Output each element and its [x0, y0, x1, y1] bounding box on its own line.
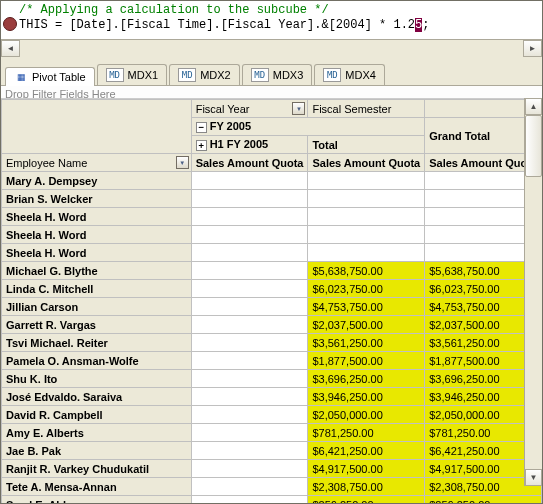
data-cell[interactable]: [308, 190, 425, 208]
row-header[interactable]: Sheela H. Word: [2, 226, 192, 244]
data-cell[interactable]: [191, 406, 308, 424]
data-cell[interactable]: [191, 226, 308, 244]
data-cell[interactable]: [308, 208, 425, 226]
data-cell[interactable]: $3,561,250.00: [308, 334, 425, 352]
row-header[interactable]: Linda C. Mitchell: [2, 280, 192, 298]
row-header[interactable]: Sheela H. Word: [2, 244, 192, 262]
mdx-icon: MD: [251, 68, 269, 82]
row-header[interactable]: Ranjit R. Varkey Chudukatil: [2, 460, 192, 478]
row-header[interactable]: Syed E. Abbas: [2, 496, 192, 504]
data-cell[interactable]: [191, 460, 308, 478]
row-header[interactable]: Tsvi Michael. Reiter: [2, 334, 192, 352]
row-header[interactable]: Michael G. Blythe: [2, 262, 192, 280]
data-cell[interactable]: [191, 496, 308, 504]
grid-v-scrollbar[interactable]: ▲ ▼: [524, 98, 542, 486]
table-row: Sheela H. Word: [2, 244, 542, 262]
table-row: Syed E. Abbas$256,250.00$256,250.00: [2, 496, 542, 504]
data-cell[interactable]: $781,250.00: [308, 424, 425, 442]
row-header[interactable]: Garrett R. Vargas: [2, 316, 192, 334]
data-cell[interactable]: $4,917,500.00: [308, 460, 425, 478]
scroll-down-button[interactable]: ▼: [525, 469, 542, 486]
data-cell[interactable]: $2,037,500.00: [308, 316, 425, 334]
data-cell[interactable]: [191, 172, 308, 190]
data-cell[interactable]: $5,638,750.00: [308, 262, 425, 280]
row-header[interactable]: Jillian Carson: [2, 298, 192, 316]
row-header[interactable]: Shu K. Ito: [2, 370, 192, 388]
tab-label: Pivot Table: [32, 71, 86, 83]
table-row: Shu K. Ito$3,696,250.00$3,696,250.00: [2, 370, 542, 388]
h1fy2005-header[interactable]: +H1 FY 2005: [191, 136, 308, 154]
data-cell[interactable]: $1,877,500.00: [308, 352, 425, 370]
data-cell[interactable]: $2,050,000.00: [308, 406, 425, 424]
tab-mdx3[interactable]: MDMDX3: [242, 64, 313, 85]
data-cell[interactable]: $3,696,250.00: [308, 370, 425, 388]
employee-name-header[interactable]: Employee Name▼: [2, 154, 192, 172]
data-cell[interactable]: [191, 424, 308, 442]
data-cell[interactable]: $256,250.00: [425, 496, 542, 504]
expand-icon[interactable]: +: [196, 140, 207, 151]
data-cell[interactable]: [191, 244, 308, 262]
data-cell[interactable]: [308, 172, 425, 190]
data-cell[interactable]: $4,753,750.00: [308, 298, 425, 316]
collapse-icon[interactable]: −: [196, 122, 207, 133]
row-header[interactable]: Sheela H. Word: [2, 208, 192, 226]
row-header[interactable]: Tete A. Mensa-Annan: [2, 478, 192, 496]
data-cell[interactable]: [191, 280, 308, 298]
editor-h-scrollbar[interactable]: ◄ ►: [1, 39, 542, 57]
data-cell[interactable]: [191, 298, 308, 316]
dropdown-icon[interactable]: ▼: [176, 156, 189, 169]
table-row: José Edvaldo. Saraiva$3,946,250.00$3,946…: [2, 388, 542, 406]
data-cell[interactable]: [191, 388, 308, 406]
data-cell[interactable]: $3,946,250.00: [308, 388, 425, 406]
fiscal-semester-header[interactable]: Fiscal Semester: [308, 100, 425, 118]
row-header[interactable]: Mary A. Dempsey: [2, 172, 192, 190]
data-cell[interactable]: [191, 370, 308, 388]
tab-mdx1[interactable]: MDMDX1: [97, 64, 168, 85]
tab-mdx2[interactable]: MDMDX2: [169, 64, 240, 85]
saq-header-2: Sales Amount Quota: [308, 154, 425, 172]
row-header[interactable]: Amy E. Alberts: [2, 424, 192, 442]
scroll-up-button[interactable]: ▲: [525, 98, 542, 115]
fy2005-header[interactable]: −FY 2005: [191, 118, 425, 136]
data-cell[interactable]: [191, 442, 308, 460]
data-cell[interactable]: [191, 478, 308, 496]
data-cell[interactable]: [191, 262, 308, 280]
data-cell[interactable]: $256,250.00: [308, 496, 425, 504]
pivot-table: Fiscal Year▼ Fiscal Semester −FY 2005 Gr…: [1, 99, 542, 503]
data-cell[interactable]: [191, 316, 308, 334]
data-cell[interactable]: [191, 190, 308, 208]
tab-label: MDX1: [128, 69, 159, 81]
data-cell[interactable]: [191, 334, 308, 352]
pivot-grid-container[interactable]: Fiscal Year▼ Fiscal Semester −FY 2005 Gr…: [1, 98, 542, 503]
corner-cell: [2, 100, 192, 154]
tab-pivot-table[interactable]: ▦ Pivot Table: [5, 67, 95, 86]
data-cell[interactable]: [308, 244, 425, 262]
data-cell[interactable]: $6,023,750.00: [308, 280, 425, 298]
total-header: Total: [308, 136, 425, 154]
tab-label: MDX3: [273, 69, 304, 81]
table-row: Jae B. Pak$6,421,250.00$6,421,250.00: [2, 442, 542, 460]
scroll-right-button[interactable]: ►: [523, 40, 542, 57]
code-editor[interactable]: /* Applying a calculation to the subcube…: [1, 1, 542, 39]
breakpoint-icon[interactable]: [3, 17, 17, 31]
data-cell[interactable]: [191, 208, 308, 226]
row-header[interactable]: Pamela O. Ansman-Wolfe: [2, 352, 192, 370]
data-cell[interactable]: [308, 226, 425, 244]
row-header[interactable]: Brian S. Welcker: [2, 190, 192, 208]
row-header[interactable]: Jae B. Pak: [2, 442, 192, 460]
table-row: Ranjit R. Varkey Chudukatil$4,917,500.00…: [2, 460, 542, 478]
data-cell[interactable]: $2,308,750.00: [308, 478, 425, 496]
table-row: Jillian Carson$4,753,750.00$4,753,750.00: [2, 298, 542, 316]
tab-mdx4[interactable]: MDMDX4: [314, 64, 385, 85]
data-cell[interactable]: [191, 352, 308, 370]
row-header[interactable]: David R. Campbell: [2, 406, 192, 424]
saq-header-1: Sales Amount Quota: [191, 154, 308, 172]
data-cell[interactable]: $6,421,250.00: [308, 442, 425, 460]
table-row: Pamela O. Ansman-Wolfe$1,877,500.00$1,87…: [2, 352, 542, 370]
dropdown-icon[interactable]: ▼: [292, 102, 305, 115]
fiscal-year-header[interactable]: Fiscal Year▼: [191, 100, 308, 118]
scroll-thumb[interactable]: [525, 115, 542, 177]
scroll-left-button[interactable]: ◄: [1, 40, 20, 57]
table-row: Tete A. Mensa-Annan$2,308,750.00$2,308,7…: [2, 478, 542, 496]
row-header[interactable]: José Edvaldo. Saraiva: [2, 388, 192, 406]
